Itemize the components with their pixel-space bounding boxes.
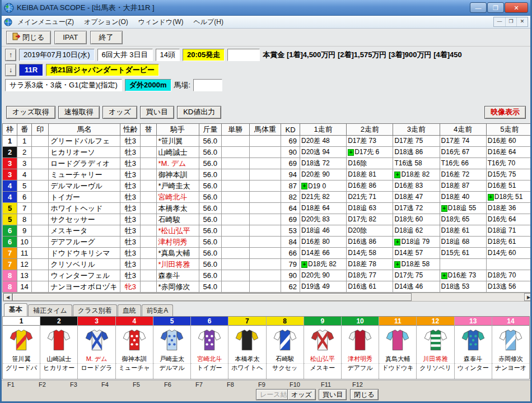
waku-cell: 2	[3, 147, 17, 158]
horse-row[interactable]: 46トイガー牡3宮崎北斗56.082D21先 82D21先 71D18差 47D…	[3, 192, 532, 203]
next-race-arrow-icon[interactable]: ↓	[5, 64, 16, 76]
silk-column-2[interactable]: 2山崎誠士ヒカリオー	[40, 317, 78, 379]
waku-cell: 3	[3, 158, 17, 169]
prev-race-arrow-icon[interactable]: ↑	[5, 49, 16, 61]
silk-column-7[interactable]: 7本橋孝太ホワイトヘ	[228, 317, 266, 379]
silk-column-1[interactable]: 1笹川翼グリードパ	[3, 317, 40, 379]
jockey-cell: 津村明秀	[156, 237, 199, 248]
silk-column-14[interactable]: 14赤岡修次ナンヨーオ	[492, 317, 529, 379]
minimize-icon[interactable]: —	[470, 2, 487, 13]
run-1-cell: D20先 83	[300, 214, 347, 225]
action-button-2[interactable]: 速報取得	[58, 106, 100, 119]
scroll-left-icon[interactable]: ◀	[3, 293, 12, 301]
toolbar-ipat-button[interactable]: IPAT	[54, 31, 87, 44]
mark-cell[interactable]	[32, 158, 49, 169]
horse-row[interactable]: 33ロードグラディオ牡3*M. デム56.069D18逃 72D16除T16逃 …	[3, 158, 532, 169]
mark-cell[interactable]	[32, 180, 49, 192]
kd-cell: 82	[281, 192, 300, 203]
run-4-cell: D16差 72	[440, 169, 486, 180]
menu-item-4[interactable]: ヘルプ(H)	[188, 16, 228, 28]
mark-cell[interactable]	[32, 136, 49, 147]
silk-column-10[interactable]: 10津村明秀デアフル	[342, 317, 379, 379]
silk-jockey-name: 松山弘平	[304, 355, 341, 363]
maximize-icon[interactable]: ❐	[487, 2, 504, 13]
mdi-minimize-icon[interactable]: —	[494, 17, 505, 26]
race-info-row-1: ↑ 2019年07月10日(水) 6回大井 3日目 14頭 20:05発走 本賞…	[5, 48, 527, 62]
action-button-1[interactable]: オッズ取得	[6, 106, 55, 119]
mdi-close-icon[interactable]: ✕	[516, 17, 528, 26]
silk-column-13[interactable]: 13森泰斗ウィンター	[455, 317, 492, 379]
jockey-silk-icon	[455, 326, 492, 355]
horse-row[interactable]: 22ヒカリオーソ牡3山崎誠士56.090D20逃 94+D17先 6D18逃 8…	[3, 147, 532, 158]
silk-column-4[interactable]: 4御神本訓ミューチャ	[116, 317, 153, 379]
menu-item-2[interactable]: オプション(O)	[79, 16, 133, 28]
fkey-button-f10[interactable]: オッズ	[287, 389, 316, 400]
mark-cell[interactable]	[32, 237, 49, 248]
mark-cell[interactable]	[32, 214, 49, 225]
silk-column-9[interactable]: 9松山弘平メスキー	[304, 317, 342, 379]
action-button-4[interactable]: 買い目	[140, 106, 174, 119]
weight-cell: 56.0	[199, 203, 221, 214]
horse-row[interactable]: 813ウィンターフェル牡3森泰斗56.090D20先 90D18先 77D17先…	[3, 270, 532, 281]
column-header: 替	[141, 124, 156, 136]
fkey-button-f12[interactable]: 閉じる	[350, 389, 379, 400]
horse-row[interactable]: 11グリードパルフェ牡3*笹川翼56.069D20差 48D17差 73D17差…	[3, 136, 532, 147]
tab-4[interactable]: 血統	[118, 304, 141, 316]
horizontal-scrollbar[interactable]: ◀ ▶	[3, 293, 532, 302]
mark-cell[interactable]	[32, 203, 49, 214]
tab-2[interactable]: 補正タイム	[28, 304, 72, 316]
mark-cell[interactable]	[32, 248, 49, 259]
horse-row[interactable]: 711ドウドウキリシマ牡3*真島大輔56.066D14差 66D14先 58D1…	[3, 248, 532, 259]
fkey-button-f11[interactable]: 買い目	[319, 389, 347, 400]
mark-cell[interactable]	[32, 281, 49, 293]
mark-cell[interactable]	[32, 169, 49, 180]
close-icon[interactable]: ✕	[505, 2, 528, 13]
silk-number: 7	[228, 317, 265, 326]
silk-column-3[interactable]: 3M. デムロードグラ	[78, 317, 115, 379]
horse-row[interactable]: 34ミューチャリー牡3御神本訓56.094D20差 90D18差 81+D18差…	[3, 169, 532, 180]
horse-row[interactable]: 712クリソベリル牡3*川田将雅56.079+D18先 82D18差 78+D1…	[3, 259, 532, 270]
horse-row[interactable]: 69メスキータ牡3*松山弘平56.053D18追 46D20除D18追 62D1…	[3, 225, 532, 237]
menu-item-1[interactable]: メインメニュー(Z)	[12, 16, 79, 28]
horse-row[interactable]: 57ホワイトヘッド牡3本橋孝太56.064D18差 64D18追 63D17逃 …	[3, 203, 532, 214]
fkey-slot-3: F3	[68, 381, 99, 401]
run-value: D18逃 72	[301, 159, 330, 168]
horse-row[interactable]: 58サクセッサー牡3石崎駿56.069D20先 83D17先 82D18先 60…	[3, 214, 532, 225]
mark-cell[interactable]	[32, 147, 49, 158]
run-4-cell: D18先 65	[440, 214, 486, 225]
tab-5[interactable]: 前5走A	[142, 304, 174, 316]
action-button-5[interactable]: KD値出力	[177, 106, 221, 119]
menu-item-3[interactable]: ウィンドウ(W)	[133, 16, 189, 28]
action-button-3[interactable]: オッズ	[102, 106, 137, 119]
horse-row[interactable]: 610デアフルーグ牡3津村明秀56.084D16差 80D16逃 86+D18追…	[3, 237, 532, 248]
silk-horse-name: トイガー	[191, 363, 228, 372]
silk-column-12[interactable]: 12川田将雅クリソベリ	[417, 317, 454, 379]
run-4-cell: D15先 61	[440, 248, 486, 259]
mark-cell[interactable]	[32, 225, 49, 237]
scrollbar-thumb[interactable]	[12, 293, 412, 301]
scrollbar-track[interactable]	[12, 293, 524, 301]
toolbar-close-button[interactable]: 閉じる	[6, 31, 51, 44]
horse-row[interactable]: 814ナンヨーオボロヅキ牝3*赤岡修次54.062D19逃 49D16逃 61D…	[3, 281, 532, 293]
mark-cell[interactable]	[32, 270, 49, 281]
run-2-cell: D18差 78	[347, 259, 393, 270]
video-display-button[interactable]: 映像表示	[484, 106, 526, 119]
mark-cell[interactable]	[32, 192, 49, 203]
scroll-right-icon[interactable]: ▶	[524, 293, 532, 301]
silk-column-11[interactable]: 11真島大輔ドウドウキ	[379, 317, 417, 379]
run-value: D20先 83	[301, 215, 330, 224]
title-bar[interactable]: KEIBA DATA SCOPE - [出馬表・大井11R ] — ❐ ✕	[2, 0, 530, 16]
toolbar-exit-button[interactable]: 終了	[90, 31, 123, 44]
horse-row[interactable]: 45デルマルーヴル牡3*戸崎圭太56.087+D19 0D16差 86D16差 …	[3, 180, 532, 192]
kd-cell: 62	[281, 281, 300, 293]
mark-cell[interactable]	[32, 259, 49, 270]
bataiju-cell	[249, 136, 281, 147]
silk-column-8[interactable]: 8石崎駿サクセッ	[267, 317, 304, 379]
silk-column-6[interactable]: 6宮崎北斗トイガー	[191, 317, 228, 379]
run-value: D16差 60	[488, 136, 516, 146]
tab-3[interactable]: クラス別着	[73, 304, 117, 316]
silk-column-5[interactable]: 5戸崎圭太デルマル	[153, 317, 191, 379]
mdi-restore-icon[interactable]: ❐	[505, 17, 516, 26]
run-1-cell: D20逃 94	[300, 147, 347, 158]
tab-1[interactable]: 基本	[4, 303, 27, 316]
